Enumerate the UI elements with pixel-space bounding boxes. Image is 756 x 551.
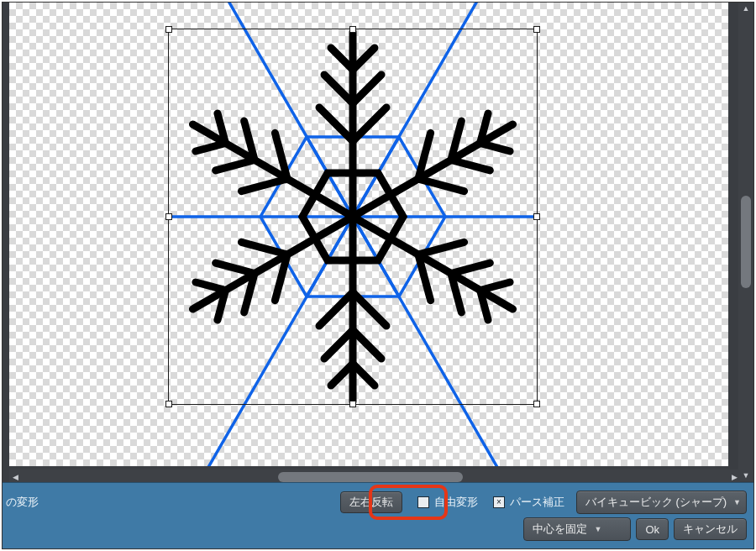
- free-transform-checkbox[interactable]: 自由変形: [417, 495, 478, 510]
- vertical-scroll-thumb[interactable]: [741, 196, 751, 288]
- svg-line-39: [324, 330, 353, 359]
- transform-mode-label: の変形: [6, 495, 39, 510]
- svg-line-38: [353, 330, 381, 359]
- perspective-checkbox[interactable]: パース補正: [493, 495, 564, 510]
- svg-line-24: [437, 121, 475, 160]
- chevron-down-icon: ▼: [733, 498, 741, 506]
- scroll-down-icon[interactable]: ▼: [738, 470, 753, 481]
- anchor-value: 中心を固定: [533, 522, 587, 537]
- horizontal-scroll-thumb[interactable]: [278, 472, 463, 482]
- perspective-label: パース補正: [510, 495, 564, 510]
- svg-line-53: [230, 121, 269, 160]
- scroll-up-icon[interactable]: ▲: [738, 3, 753, 14]
- svg-line-18: [353, 75, 381, 103]
- interpolation-value: バイキュービック (シャープ): [585, 495, 727, 510]
- anchor-select[interactable]: 中心を固定 ▼: [523, 517, 631, 541]
- cancel-button[interactable]: キャンセル: [674, 518, 747, 540]
- checkbox-icon: [493, 496, 505, 508]
- flip-horizontal-button[interactable]: 左右反転: [340, 491, 402, 513]
- svg-line-32: [437, 274, 475, 312]
- transform-options-bar: の変形 左右反転 自由変形 パース補正 バイキュービック (シャープ) ▼ 中心…: [3, 482, 753, 548]
- vertical-scrollbar[interactable]: ▲ ▼: [738, 3, 753, 481]
- svg-line-17: [324, 75, 353, 103]
- checkbox-icon: [417, 496, 429, 508]
- svg-line-45: [230, 274, 269, 312]
- canvas[interactable]: [9, 3, 728, 466]
- free-transform-label: 自由変形: [434, 495, 478, 510]
- ok-button[interactable]: Ok: [636, 518, 669, 540]
- canvas-artwork: [9, 3, 728, 466]
- interpolation-select[interactable]: バイキュービック (シャープ) ▼: [576, 491, 747, 514]
- canvas-viewport: ▲ ▼ ◀ ▶: [3, 3, 753, 485]
- chevron-down-icon: ▼: [594, 525, 601, 533]
